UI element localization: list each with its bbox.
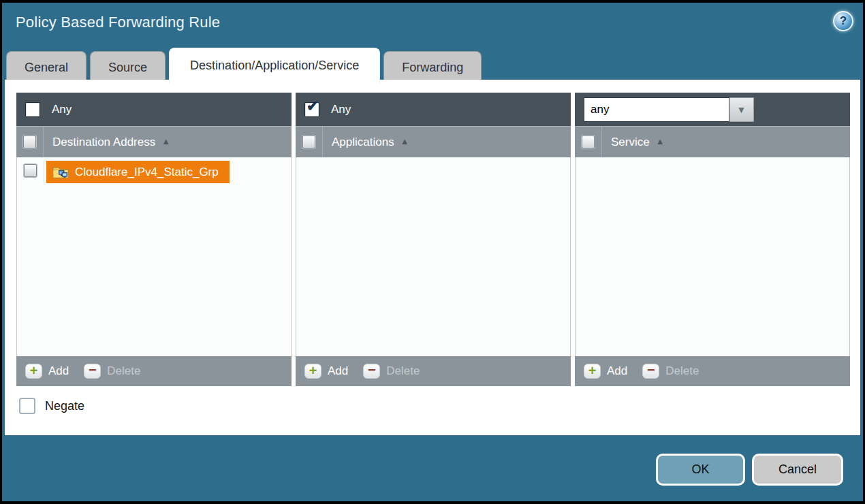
- service-delete-button[interactable]: − Delete: [642, 364, 699, 379]
- service-list: [575, 157, 850, 356]
- question-mark-glyph: ?: [840, 14, 847, 28]
- applications-delete-button[interactable]: − Delete: [363, 364, 420, 379]
- add-plus-icon: +: [588, 364, 597, 377]
- applications-column: ✔ Any Applications ▲ + Add −: [296, 93, 571, 386]
- table-row[interactable]: Cloudflare_IPv4_Static_Grp: [17, 157, 291, 183]
- negate-label: Negate: [45, 399, 84, 413]
- destination-select-all-checkbox[interactable]: [23, 136, 36, 148]
- service-column-header[interactable]: Service: [611, 136, 650, 149]
- add-plus-icon: +: [309, 364, 317, 377]
- dropdown-open-button[interactable]: ▼: [729, 97, 754, 122]
- destination-any-label: Any: [52, 103, 72, 116]
- tab-forwarding[interactable]: Forwarding: [383, 51, 482, 83]
- applications-any-checkbox[interactable]: ✔: [304, 102, 319, 117]
- sort-ascending-icon[interactable]: ▲: [656, 136, 665, 146]
- dialog-title: Policy Based Forwarding Rule: [16, 14, 220, 31]
- applications-any-label: Any: [331, 103, 351, 116]
- add-plus-icon: +: [30, 364, 38, 377]
- destination-any-checkbox[interactable]: [25, 102, 40, 117]
- address-object-label: Cloudflare_IPv4_Static_Grp: [75, 166, 219, 179]
- service-type-value[interactable]: any: [584, 97, 729, 122]
- applications-select-all-checkbox[interactable]: [302, 136, 315, 148]
- destination-address-column: Any Destination Address ▲: [16, 93, 292, 386]
- service-column: any ▼ Service ▲ + Add: [575, 93, 850, 386]
- delete-minus-icon: −: [647, 363, 655, 377]
- ok-button[interactable]: OK: [656, 454, 745, 486]
- cancel-button[interactable]: Cancel: [752, 454, 843, 486]
- destination-column-header[interactable]: Destination Address: [52, 136, 155, 149]
- delete-minus-icon: −: [368, 363, 376, 377]
- checkmark-icon: ✔: [306, 99, 319, 113]
- service-add-button[interactable]: + Add: [584, 364, 627, 379]
- sort-ascending-icon[interactable]: ▲: [400, 136, 409, 146]
- policy-based-forwarding-dialog: Policy Based Forwarding Rule ? General S…: [2, 3, 863, 501]
- applications-add-button[interactable]: + Add: [304, 364, 348, 379]
- tab-source[interactable]: Source: [90, 51, 166, 83]
- sort-ascending-icon[interactable]: ▲: [161, 136, 170, 146]
- destination-add-button[interactable]: + Add: [25, 364, 69, 379]
- negate-checkbox[interactable]: [19, 398, 35, 414]
- tab-content: Any Destination Address ▲: [5, 80, 860, 435]
- destination-delete-button[interactable]: − Delete: [84, 364, 140, 379]
- chevron-down-icon: ▼: [737, 104, 746, 115]
- selected-address-object[interactable]: Cloudflare_IPv4_Static_Grp: [46, 161, 230, 183]
- service-type-dropdown[interactable]: any ▼: [584, 97, 754, 122]
- delete-minus-icon: −: [89, 363, 97, 377]
- tab-general[interactable]: General: [6, 51, 86, 83]
- destination-list: Cloudflare_IPv4_Static_Grp: [16, 157, 292, 356]
- applications-list: [296, 157, 571, 356]
- address-group-icon: [52, 166, 69, 178]
- tab-destination-application-service[interactable]: Destination/Application/Service: [169, 48, 380, 83]
- help-icon[interactable]: ?: [833, 11, 853, 31]
- applications-column-header[interactable]: Applications: [332, 136, 394, 149]
- negate-option: Negate: [19, 398, 84, 414]
- tab-bar: General Source Destination/Application/S…: [6, 48, 482, 83]
- row-checkbox[interactable]: [24, 164, 37, 177]
- service-select-all-checkbox[interactable]: [582, 136, 595, 148]
